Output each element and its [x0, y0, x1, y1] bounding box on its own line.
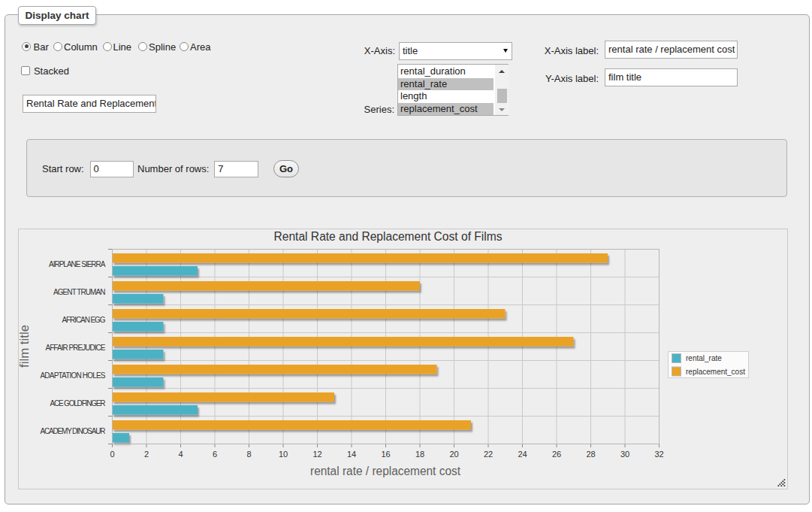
svg-text:4: 4: [178, 450, 183, 459]
svg-text:ACE GOLDFINGER: ACE GOLDFINGER: [50, 399, 106, 407]
svg-text:24: 24: [518, 450, 527, 459]
svg-text:ACADEMY DINOSAUR: ACADEMY DINOSAUR: [41, 427, 106, 435]
svg-text:32: 32: [654, 450, 663, 459]
svg-text:2: 2: [144, 450, 149, 459]
svg-text:rental rate / replacement cost: rental rate / replacement cost: [310, 465, 461, 477]
svg-text:ADAPTATION HOLES: ADAPTATION HOLES: [41, 371, 106, 380]
svg-text:18: 18: [415, 450, 424, 459]
svg-text:30: 30: [620, 450, 629, 459]
svg-text:AIRPLANE SIERRA: AIRPLANE SIERRA: [49, 260, 106, 268]
svg-text:20: 20: [449, 450, 458, 459]
svg-text:22: 22: [484, 450, 493, 459]
svg-text:0: 0: [110, 450, 114, 459]
svg-text:16: 16: [381, 450, 390, 459]
svg-text:Rental Rate and Replacement Co: Rental Rate and Replacement Cost of Film…: [274, 230, 503, 243]
svg-text:rental_rate: rental_rate: [686, 354, 722, 362]
svg-text:AFFAIR PREJUDICE: AFFAIR PREJUDICE: [46, 344, 106, 352]
svg-text:14: 14: [347, 450, 356, 459]
svg-text:6: 6: [213, 450, 217, 459]
svg-text:AGENT TRUMAN: AGENT TRUMAN: [53, 288, 106, 296]
svg-text:12: 12: [312, 450, 321, 459]
svg-text:replacement_cost: replacement_cost: [686, 368, 745, 376]
svg-text:10: 10: [279, 450, 288, 459]
svg-text:26: 26: [552, 450, 561, 459]
svg-text:28: 28: [586, 450, 595, 459]
svg-text:AFRICAN EGG: AFRICAN EGG: [62, 316, 106, 324]
svg-text:film title: film title: [19, 325, 31, 368]
svg-text:8: 8: [246, 450, 251, 459]
